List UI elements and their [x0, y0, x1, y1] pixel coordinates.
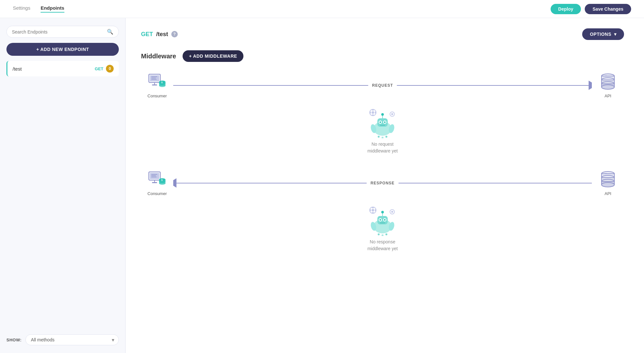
endpoint-path-display: /test [156, 31, 168, 38]
chevron-down-icon: ▾ [614, 32, 617, 37]
svg-point-40 [378, 136, 380, 138]
request-empty-state: No request middleware yet [141, 106, 624, 154]
svg-rect-70 [370, 209, 371, 211]
svg-rect-68 [372, 207, 374, 208]
svg-rect-25 [372, 109, 374, 111]
show-select-wrapper: All methods GET POST PUT DELETE PATCH [25, 334, 119, 345]
svg-rect-80 [380, 222, 385, 223]
svg-rect-1 [150, 75, 159, 81]
consumer-svg: $ [147, 72, 167, 92]
no-middleware-robot-request [366, 106, 399, 138]
endpoint-list: /test GET 0 [6, 61, 119, 76]
svg-point-33 [380, 122, 381, 123]
main-layout: 🔍 + ADD NEW ENDPOINT /test GET 0 SHOW: A… [0, 18, 644, 353]
response-flow-section: $ Consumer RESPONSE [141, 170, 624, 252]
svg-point-65 [372, 209, 374, 211]
show-select[interactable]: All methods GET POST PUT DELETE PATCH [25, 334, 119, 345]
svg-rect-28 [375, 112, 376, 113]
request-arrow-container: REQUEST [173, 79, 592, 92]
response-empty-state: No response middleware yet [141, 204, 624, 252]
svg-point-79 [381, 211, 384, 213]
endpoint-item[interactable]: /test GET 0 [6, 61, 119, 76]
http-method-badge: GET [141, 31, 153, 38]
svg-point-34 [384, 122, 386, 123]
response-arrow-container: RESPONSE [173, 177, 592, 190]
consumer-response-icon-img: $ [147, 170, 167, 189]
api-icon [598, 72, 618, 92]
endpoint-right: GET 0 [95, 65, 114, 73]
top-buttons: Deploy Save Changes [551, 4, 631, 14]
svg-rect-27 [370, 112, 371, 113]
consumer-response-svg: $ [147, 170, 167, 189]
svg-point-36 [381, 113, 384, 116]
svg-point-22 [372, 111, 374, 114]
api-svg-response [600, 170, 616, 189]
svg-point-41 [382, 137, 384, 138]
svg-point-83 [378, 233, 380, 235]
count-badge: 0 [106, 65, 114, 73]
svg-text:$: $ [161, 179, 163, 181]
api-response-label: API [605, 191, 611, 196]
add-middleware-button[interactable]: + ADD MIDDLEWARE [183, 50, 243, 62]
consumer-response-label: Consumer [147, 191, 167, 196]
sidebar: 🔍 + ADD NEW ENDPOINT /test GET 0 SHOW: A… [0, 18, 126, 353]
options-button[interactable]: OPTIONS ▾ [582, 28, 624, 40]
response-label: RESPONSE [367, 180, 399, 186]
no-request-middleware-text: No request middleware yet [367, 141, 398, 154]
help-icon[interactable]: ? [171, 31, 178, 37]
search-input[interactable] [12, 29, 104, 34]
middleware-header: Middleware + ADD MIDDLEWARE [141, 50, 624, 62]
consumer-request-icon: $ Consumer [141, 72, 173, 98]
nav-tab-endpoints[interactable]: Endpoints [41, 5, 64, 13]
svg-point-85 [385, 233, 387, 235]
response-arrowhead [173, 180, 176, 186]
add-endpoint-button[interactable]: + ADD NEW ENDPOINT [6, 43, 119, 56]
method-badge: GET [95, 66, 103, 71]
api-response-icon-img [598, 170, 618, 189]
svg-rect-44 [150, 173, 159, 179]
search-icon: 🔍 [107, 29, 113, 35]
top-nav: Settings Endpoints [13, 5, 64, 13]
request-label: REQUEST [368, 83, 397, 88]
api-request-label: API [605, 93, 611, 98]
middleware-title: Middleware [141, 53, 176, 60]
consumer-request-label: Consumer [147, 93, 167, 98]
consumer-icon: $ [147, 72, 167, 92]
no-middleware-robot-response [366, 204, 399, 236]
top-bar: Settings Endpoints Deploy Save Changes [0, 0, 644, 18]
svg-point-42 [385, 136, 387, 138]
save-changes-button[interactable]: Save Changes [585, 4, 631, 14]
sidebar-footer: SHOW: All methods GET POST PUT DELETE PA… [6, 334, 119, 345]
response-flow-row: $ Consumer RESPONSE [141, 170, 624, 196]
consumer-response-icon: $ Consumer [141, 170, 173, 196]
svg-rect-49 [152, 182, 157, 183]
endpoint-path: /test [13, 66, 22, 72]
nav-tab-settings[interactable]: Settings [13, 5, 30, 13]
no-response-middleware-text: No response middleware yet [367, 239, 398, 252]
api-request-icon: API [592, 72, 624, 98]
svg-point-84 [382, 234, 384, 236]
request-flow-row: $ Consumer REQUEST [141, 72, 624, 98]
svg-text:$: $ [161, 81, 163, 84]
svg-point-76 [380, 219, 381, 221]
svg-point-19 [601, 85, 614, 89]
svg-rect-71 [375, 209, 376, 211]
svg-rect-37 [380, 125, 385, 126]
request-arrowhead [589, 83, 592, 88]
api-svg-request [600, 72, 616, 92]
svg-rect-6 [152, 84, 157, 85]
content-area: GET /test ? OPTIONS ▾ Middleware + ADD M… [126, 18, 644, 353]
svg-point-77 [384, 219, 386, 221]
svg-point-24 [391, 113, 393, 115]
show-label: SHOW: [6, 338, 22, 342]
endpoint-header: GET /test ? OPTIONS ▾ [141, 28, 624, 40]
svg-rect-69 [372, 212, 374, 213]
search-box: 🔍 [6, 26, 119, 38]
svg-point-67 [391, 211, 393, 213]
endpoint-title: GET /test ? [141, 31, 178, 38]
request-flow-section: $ Consumer REQUEST [141, 72, 624, 154]
svg-point-62 [601, 182, 614, 187]
api-response-icon: API [592, 170, 624, 196]
svg-rect-26 [372, 114, 374, 116]
deploy-button[interactable]: Deploy [551, 4, 581, 14]
